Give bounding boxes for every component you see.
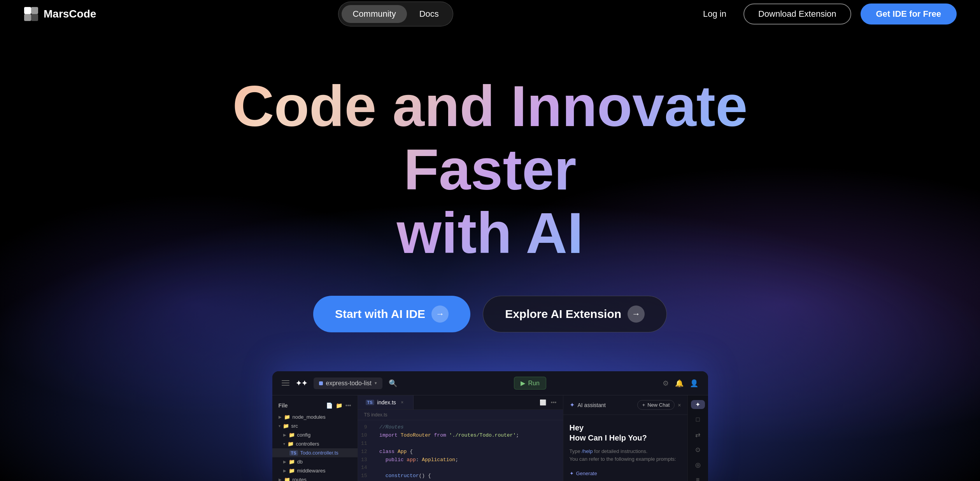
ide-editor: TS index.ts × ⬜ ••• TS index.ts 9 [358,395,563,481]
code-line: 13 public app: Application; [358,456,563,464]
avatar-icon[interactable]: 👤 [690,379,698,388]
search-sidebar-icon[interactable]: ⊙ [691,445,705,454]
brand-name: MarsCode [44,8,96,20]
ts-badge: TS [289,450,298,456]
plus-icon: + [642,402,645,408]
ide-titlebar-right: ⚙ 🔔 👤 [663,379,698,388]
explore-extension-button[interactable]: Explore AI Extension → [483,296,667,332]
ide-search-icon[interactable]: 🔍 [389,379,397,388]
ide-project-tab[interactable]: express-todo-list ▾ [314,377,382,389]
ai-help-text: Type /help for detailed instructions. Yo… [570,448,681,463]
ai-generate-row: ✦ Generate [570,470,681,476]
layers-icon[interactable]: ≡ [691,476,705,481]
bell-icon[interactable]: 🔔 [675,379,684,388]
menu-bar-2 [282,383,289,383]
code-line: 15 constructor() { [358,472,563,480]
file-panel-icons: 📄 📁 ••• [326,402,351,409]
code-line: 10 import TodoRouter from './routes/Todo… [358,432,563,440]
new-chat-label: New Chat [647,402,670,408]
start-ai-ide-button[interactable]: Start with AI IDE → [313,296,470,332]
file-name: Todo.controller.ts [300,450,338,456]
ai-close-icon[interactable]: × [678,402,681,408]
run-icon: ▶ [521,379,525,387]
explore-extension-label: Explore AI Extension [505,307,621,321]
ide-titlebar-left: ✦✦ express-todo-list ▾ 🔍 [282,377,397,389]
start-ai-arrow-icon: → [431,305,449,323]
file-name: src [291,423,298,429]
more-icon[interactable]: ••• [345,402,351,409]
sparkle-small-icon: ✦ [570,470,574,476]
file-name: config [297,432,311,438]
tab-close-icon[interactable]: × [399,399,405,406]
file-name: middlewares [297,468,326,474]
new-folder-icon[interactable]: 📁 [336,402,342,409]
chevron-down-icon: ▾ [283,442,285,446]
file-node_modules[interactable]: ▶ 📁 node_modules [272,413,358,421]
settings-icon[interactable]: ⚙ [663,379,669,388]
ide-menu-icon[interactable] [282,380,289,386]
eye-icon[interactable]: ◎ [691,460,705,469]
ide-body: File 📄 📁 ••• ▶ 📁 node_modules ▾ [272,395,708,481]
file-routes[interactable]: ▶ 📁 routes [272,475,358,481]
code-line: 12 class App { [358,448,563,456]
start-ai-ide-label: Start with AI IDE [335,307,425,321]
code-editor-body[interactable]: 9 //Routes 10 import TodoRouter from './… [358,420,563,481]
file-name: db [297,459,303,465]
file-db[interactable]: ▶ 📁 db [272,457,358,466]
ai-assistant-label: AI assistant [578,402,606,408]
arrow-icon[interactable]: ⇄ [691,430,705,439]
ai-panel: ✦ AI assistant + New Chat × [563,395,687,481]
nav-right: Log in Download Extension Get IDE for Fr… [695,4,957,25]
chevron-right-icon: ▶ [279,415,282,419]
ai-greeting-line1: Hey [570,423,681,433]
generate-text: Generate [576,470,597,476]
ide-titlebar: ✦✦ express-todo-list ▾ 🔍 ▶ Run ⚙ 🔔 👤 [272,371,708,395]
code-icon[interactable]: □ [691,415,705,424]
ide-editor-tabs: TS index.ts × ⬜ ••• [358,395,563,410]
chevron-down-icon: ▾ [375,381,377,386]
run-label: Run [528,380,540,387]
nav-community-btn[interactable]: Community [342,5,407,23]
chevron-right-icon: ▶ [279,477,282,481]
logo[interactable]: MarsCode [23,6,96,22]
file-panel-header: File 📄 📁 ••• [272,400,358,413]
ide-run-button[interactable]: ▶ Run [514,377,546,390]
more-options-icon[interactable]: ••• [551,399,557,406]
svg-rect-1 [31,7,38,14]
ai-new-chat-button[interactable]: + New Chat [637,400,675,410]
svg-rect-0 [24,7,31,14]
ts-dot [319,381,323,385]
ai-mode-icon[interactable]: ✦ [691,400,705,409]
split-view-icon[interactable]: ⬜ [540,399,546,406]
navbar: MarsCode Community Docs Log in Download … [0,0,980,28]
folder-icon: 📁 [284,477,290,481]
file-middlewares[interactable]: ▶ 📁 middlewares [272,466,358,475]
file-todo-controller[interactable]: TS Todo.controller.ts [272,448,358,457]
ide-preview: ✦✦ express-todo-list ▾ 🔍 ▶ Run ⚙ 🔔 👤 [272,371,708,481]
chevron-right-icon: ▶ [283,433,286,437]
ide-file-panel: File 📄 📁 ••• ▶ 📁 node_modules ▾ [272,395,358,481]
get-ide-button[interactable]: Get IDE for Free [861,4,957,25]
ts-badge: TS [366,400,374,405]
ai-generate-label[interactable]: ✦ Generate [570,470,597,476]
file-config[interactable]: ▶ 📁 config [272,430,358,439]
explore-arrow-icon: → [628,305,645,323]
folder-icon: 📁 [283,423,289,429]
code-line: 11 [358,440,563,448]
nav-docs-btn[interactable]: Docs [408,5,450,23]
file-controllers[interactable]: ▾ 📁 controllers [272,439,358,448]
file-name: controllers [296,441,319,447]
login-button[interactable]: Log in [695,5,734,23]
editor-breadcrumb: TS index.ts [358,410,563,420]
download-extension-button[interactable]: Download Extension [743,4,851,25]
ide-logo: ✦✦ [296,379,307,388]
code-tab-index-ts[interactable]: TS index.ts × [358,395,414,409]
file-src[interactable]: ▾ 📁 src [272,421,358,430]
nav-center: Community Docs [338,2,453,26]
ai-sparkle-icon: ✦ [570,401,575,409]
ai-panel-body: Hey How Can I Help You? Type /help for d… [563,415,687,481]
chevron-down-icon: ▾ [279,424,281,428]
ai-help-desc2: You can refer to the following example p… [570,456,676,462]
logo-icon [23,6,39,22]
new-file-icon[interactable]: 📄 [326,402,333,409]
